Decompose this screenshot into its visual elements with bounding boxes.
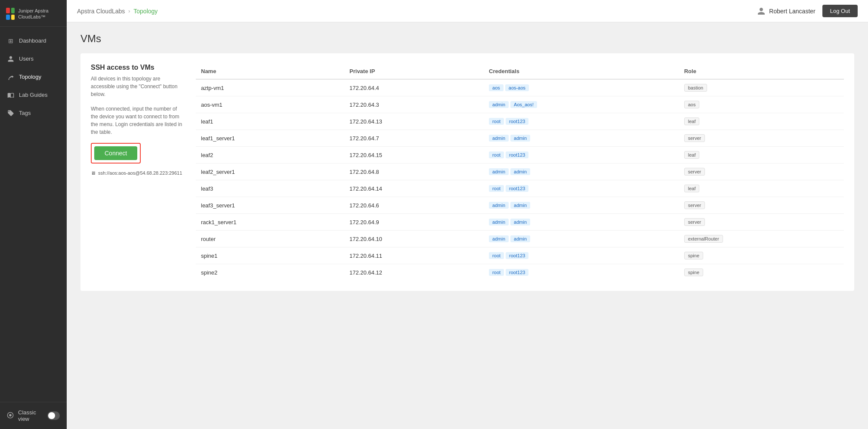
cell-ip: 172.20.64.12 <box>344 264 484 281</box>
tags-icon <box>7 109 15 117</box>
sidebar-label-users: Users <box>19 56 34 62</box>
role-tag: aos <box>684 101 700 108</box>
role-tag: leaf <box>684 151 700 159</box>
cell-name: aztp-vm1 <box>196 79 344 96</box>
cell-ip: 172.20.64.11 <box>344 247 484 264</box>
sidebar-brand: Juniper Apstra CloudLabs™ <box>0 0 67 27</box>
classic-view-item: Classic view <box>7 409 60 422</box>
table-row: spine2172.20.64.12rootroot123spine <box>196 264 844 281</box>
cell-ip: 172.20.64.9 <box>344 214 484 231</box>
cell-creds: rootroot123 <box>484 264 679 281</box>
connect-btn-wrapper: Connect <box>91 143 141 164</box>
connect-button[interactable]: Connect <box>94 146 137 160</box>
sidebar-label-dashboard: Dashboard <box>19 37 46 44</box>
logo-dot-blue <box>6 15 10 20</box>
table-row: leaf3172.20.64.14rootroot123leaf <box>196 180 844 197</box>
cell-role: server <box>679 197 844 214</box>
cell-name: leaf1 <box>196 113 344 130</box>
sidebar-item-topology[interactable]: Topology <box>0 68 67 86</box>
cell-role: leaf <box>679 147 844 164</box>
cell-name: leaf3 <box>196 180 344 197</box>
cell-role: aos <box>679 96 844 113</box>
sidebar-label-lab-guides: Lab Guides <box>19 92 48 98</box>
cell-ip: 172.20.64.10 <box>344 231 484 247</box>
credential-tag: root123 <box>506 185 528 192</box>
role-tag: spine <box>684 269 703 276</box>
table-row: leaf3_server1172.20.64.6adminadminserver <box>196 197 844 214</box>
credential-tag: admin <box>510 135 530 142</box>
brand-logo-grid <box>6 8 15 20</box>
table-body: aztp-vm1172.20.64.4aosaos-aosbastionaos-… <box>196 79 844 281</box>
table-row: leaf2_server1172.20.64.8adminadminserver <box>196 164 844 180</box>
ssh-desc-2: When connected, input the number of the … <box>91 105 185 136</box>
cell-role: leaf <box>679 113 844 130</box>
credential-tag: admin <box>489 219 509 225</box>
ssh-command: 🖥 ssh://aos:aos-aos@54.68.28.223:29611 <box>91 170 185 176</box>
cell-name: spine2 <box>196 264 344 281</box>
table-header: Name Private IP Credentials Role <box>196 64 844 79</box>
main-wrapper: Apstra CloudLabs › Topology Robert Lanca… <box>67 0 868 429</box>
credential-tag: root123 <box>506 151 528 158</box>
main-content: VMs SSH access to VMs All devices in thi… <box>67 22 868 429</box>
page-title: VMs <box>80 33 854 45</box>
credential-tag: root123 <box>506 118 528 125</box>
header: Apstra CloudLabs › Topology Robert Lanca… <box>67 0 868 22</box>
table-row: leaf1172.20.64.13rootroot123leaf <box>196 113 844 130</box>
sidebar-item-tags[interactable]: Tags <box>0 104 67 122</box>
col-credentials: Credentials <box>484 64 679 79</box>
ssh-panel: SSH access to VMs All devices in this to… <box>91 64 185 281</box>
classic-view-toggle[interactable] <box>47 411 60 420</box>
cell-creds: rootroot123 <box>484 147 679 164</box>
credential-tag: admin <box>489 135 509 142</box>
table-row: leaf1_server1172.20.64.7adminadminserver <box>196 130 844 147</box>
col-name: Name <box>196 64 344 79</box>
table-row: leaf2172.20.64.15rootroot123leaf <box>196 147 844 164</box>
user-name: Robert Lancaster <box>769 8 815 15</box>
vm-table-wrapper: Name Private IP Credentials Role aztp-vm… <box>196 64 844 281</box>
role-tag: server <box>684 134 705 142</box>
cell-ip: 172.20.64.14 <box>344 180 484 197</box>
role-tag: leaf <box>684 185 700 192</box>
cell-name: leaf1_server1 <box>196 130 344 147</box>
cell-role: server <box>679 214 844 231</box>
cell-role: spine <box>679 264 844 281</box>
credential-tag: admin <box>489 202 509 209</box>
logout-button[interactable]: Log Out <box>822 5 858 17</box>
sidebar-item-lab-guides[interactable]: Lab Guides <box>0 86 67 104</box>
credential-tag: admin <box>489 101 509 108</box>
cell-role: server <box>679 164 844 180</box>
cell-creds: rootroot123 <box>484 180 679 197</box>
lab-guides-icon <box>7 91 15 99</box>
dashboard-icon: ⊞ <box>7 37 15 45</box>
cell-ip: 172.20.64.13 <box>344 113 484 130</box>
cell-ip: 172.20.64.7 <box>344 130 484 147</box>
cell-name: router <box>196 231 344 247</box>
credential-tag: admin <box>510 168 530 175</box>
sidebar-nav: ⊞ Dashboard Users Topology Lab Guides <box>0 27 67 402</box>
terminal-icon: 🖥 <box>91 170 96 176</box>
credential-tag: root123 <box>506 252 528 259</box>
credential-tag: root <box>489 269 504 276</box>
cell-creds: adminadmin <box>484 197 679 214</box>
credential-tag: root <box>489 185 504 192</box>
role-tag: server <box>684 168 705 176</box>
cell-name: leaf3_server1 <box>196 197 344 214</box>
sidebar-item-dashboard[interactable]: ⊞ Dashboard <box>0 32 67 50</box>
cell-creds: adminadmin <box>484 231 679 247</box>
cell-name: aos-vm1 <box>196 96 344 113</box>
cell-creds: adminadmin <box>484 130 679 147</box>
users-icon <box>7 55 15 63</box>
role-tag: spine <box>684 252 703 259</box>
user-info: Robert Lancaster <box>757 7 815 15</box>
cell-ip: 172.20.64.3 <box>344 96 484 113</box>
credential-tag: admin <box>510 235 530 242</box>
table-row: aztp-vm1172.20.64.4aosaos-aosbastion <box>196 79 844 96</box>
topology-icon <box>7 73 15 81</box>
cell-ip: 172.20.64.8 <box>344 164 484 180</box>
brand-name: Juniper Apstra CloudLabs™ <box>18 8 61 20</box>
role-tag: server <box>684 201 705 209</box>
cell-creds: adminadmin <box>484 214 679 231</box>
table-row: router172.20.64.10adminadminexternalRout… <box>196 231 844 247</box>
cell-role: externalRouter <box>679 231 844 247</box>
sidebar-item-users[interactable]: Users <box>0 50 67 68</box>
